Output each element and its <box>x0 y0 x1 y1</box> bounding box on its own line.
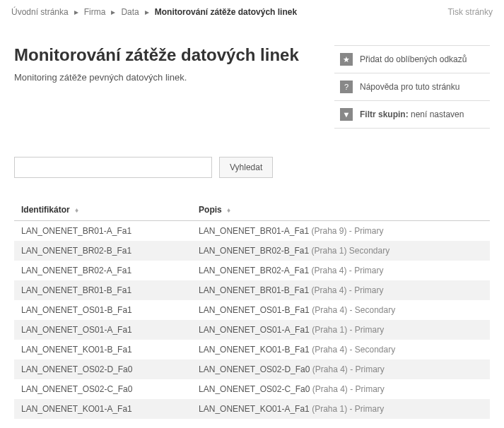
table-row[interactable]: LAN_ONENET_OS01-A_Fa1LAN_ONENET_OS01-A_F… <box>14 320 490 340</box>
desc-main: LAN_ONENET_OS02-D_Fa0 <box>199 364 310 374</box>
desc-sub: (Praha 9) - Primary <box>309 226 383 236</box>
sort-icon: ♦ <box>75 206 78 214</box>
table-row[interactable]: LAN_ONENET_BR01-A_Fa1LAN_ONENET_BR01-A_F… <box>14 221 490 242</box>
desc-sub: (Praha 4) - Primary <box>310 384 384 394</box>
help-action[interactable]: ? Nápověda pro tuto stránku <box>334 73 490 101</box>
search-input[interactable] <box>14 157 212 178</box>
filter-label: Filtr skupin: <box>360 109 409 119</box>
table-row[interactable]: LAN_ONENET_OS02-D_Fa0LAN_ONENET_OS02-D_F… <box>14 359 490 379</box>
cell-id: LAN_ONENET_BR01-B_Fa1 <box>14 280 192 300</box>
desc-sub: (Praha 4) - Secondary <box>310 305 395 315</box>
desc-main: LAN_ONENET_KO01-B_Fa1 <box>199 345 310 355</box>
cell-desc: LAN_ONENET_OS01-B_Fa1 (Praha 4) - Second… <box>192 300 490 320</box>
desc-sub: (Praha 1) Secondary <box>309 246 389 256</box>
cell-desc: LAN_ONENET_KO01-B_Fa1 (Praha 4) - Second… <box>192 340 490 359</box>
data-table: Identifikátor ♦ Popis ♦ LAN_ONENET_BR01-… <box>14 199 490 419</box>
cell-id: LAN_ONENET_BR02-A_Fa1 <box>14 261 192 280</box>
print-page-link[interactable]: Tisk stránky <box>447 7 493 17</box>
star-icon: ★ <box>340 53 353 66</box>
desc-main: LAN_ONENET_BR02-A_Fa1 <box>199 266 309 275</box>
filter-value: není nastaven <box>409 109 464 119</box>
table-row[interactable]: LAN_ONENET_BR02-A_Fa1LAN_ONENET_BR02-A_F… <box>14 261 490 280</box>
filter-text: Filtr skupin: není nastaven <box>360 109 464 119</box>
desc-main: LAN_ONENET_OS02-C_Fa0 <box>199 384 310 394</box>
cell-desc: LAN_ONENET_KO01-A_Fa1 (Praha 1) - Primar… <box>192 399 490 419</box>
desc-main: LAN_ONENET_OS01-A_Fa1 <box>199 325 310 335</box>
cell-desc: LAN_ONENET_BR02-A_Fa1 (Praha 4) - Primar… <box>192 261 490 280</box>
filter-icon: ▼ <box>340 108 353 121</box>
cell-id: LAN_ONENET_KO01-B_Fa1 <box>14 340 192 359</box>
desc-sub: (Praha 4) - Secondary <box>310 345 395 355</box>
help-icon: ? <box>340 81 353 93</box>
cell-id: LAN_ONENET_BR02-B_Fa1 <box>14 241 192 261</box>
breadcrumb-link-data[interactable]: Data <box>121 7 139 17</box>
breadcrumb-current: Monitorování zátěže datových linek <box>155 7 297 17</box>
cell-id: LAN_ONENET_OS02-C_Fa0 <box>14 379 192 399</box>
breadcrumb-link-home[interactable]: Úvodní stránka <box>11 7 69 17</box>
table-row[interactable]: LAN_ONENET_OS02-C_Fa0LAN_ONENET_OS02-C_F… <box>14 379 490 399</box>
cell-id: LAN_ONENET_BR01-A_Fa1 <box>14 221 192 242</box>
table-row[interactable]: LAN_ONENET_KO01-B_Fa1LAN_ONENET_KO01-B_F… <box>14 340 490 359</box>
chevron-right-icon: ▸ <box>145 7 149 17</box>
cell-desc: LAN_ONENET_BR01-A_Fa1 (Praha 9) - Primar… <box>192 221 490 242</box>
cell-desc: LAN_ONENET_OS02-D_Fa0 (Praha 4) - Primar… <box>192 359 490 379</box>
page-subtitle: Monitoring zátěže pevných datových linek… <box>14 72 320 83</box>
desc-main: LAN_ONENET_OS01-B_Fa1 <box>199 305 310 315</box>
page-title: Monitorování zátěže datových linek <box>14 45 320 65</box>
desc-main: LAN_ONENET_BR02-B_Fa1 <box>199 246 309 256</box>
sort-icon: ♦ <box>227 206 230 214</box>
desc-main: LAN_ONENET_BR01-B_Fa1 <box>199 285 309 295</box>
add-favorite-action[interactable]: ★ Přidat do oblíbených odkazů <box>334 45 490 73</box>
chevron-right-icon: ▸ <box>111 7 115 17</box>
breadcrumb-link-firma[interactable]: Firma <box>84 7 106 17</box>
desc-sub: (Praha 1) - Primary <box>310 325 384 335</box>
desc-sub: (Praha 4) - Primary <box>309 285 383 295</box>
table-row[interactable]: LAN_ONENET_BR01-B_Fa1LAN_ONENET_BR01-B_F… <box>14 280 490 300</box>
desc-main: LAN_ONENET_KO01-A_Fa1 <box>199 404 310 414</box>
col-desc-label: Popis <box>199 205 222 215</box>
desc-sub: (Praha 1) - Primary <box>310 404 384 414</box>
breadcrumb: Úvodní stránka ▸ Firma ▸ Data ▸ Monitoro… <box>11 7 297 17</box>
table-row[interactable]: LAN_ONENET_OS01-B_Fa1LAN_ONENET_OS01-B_F… <box>14 300 490 320</box>
col-id-label: Identifikátor <box>21 205 70 215</box>
desc-sub: (Praha 4) - Primary <box>310 364 384 374</box>
cell-id: LAN_ONENET_OS01-A_Fa1 <box>14 320 192 340</box>
cell-id: LAN_ONENET_KO01-A_Fa1 <box>14 399 192 419</box>
side-actions: ★ Přidat do oblíbených odkazů ? Nápověda… <box>334 45 490 129</box>
table-row[interactable]: LAN_ONENET_BR02-B_Fa1LAN_ONENET_BR02-B_F… <box>14 241 490 261</box>
chevron-right-icon: ▸ <box>74 7 78 17</box>
desc-main: LAN_ONENET_BR01-A_Fa1 <box>199 226 309 236</box>
col-header-desc[interactable]: Popis ♦ <box>192 199 490 221</box>
col-header-id[interactable]: Identifikátor ♦ <box>14 199 192 221</box>
table-row[interactable]: LAN_ONENET_KO01-A_Fa1LAN_ONENET_KO01-A_F… <box>14 399 490 419</box>
cell-id: LAN_ONENET_OS01-B_Fa1 <box>14 300 192 320</box>
desc-sub: (Praha 4) - Primary <box>309 266 383 275</box>
cell-desc: LAN_ONENET_BR02-B_Fa1 (Praha 1) Secondar… <box>192 241 490 261</box>
search-button[interactable]: Vyhledat <box>219 157 273 178</box>
help-label: Nápověda pro tuto stránku <box>360 82 459 92</box>
cell-desc: LAN_ONENET_BR01-B_Fa1 (Praha 4) - Primar… <box>192 280 490 300</box>
add-favorite-label: Přidat do oblíbených odkazů <box>360 54 467 64</box>
cell-desc: LAN_ONENET_OS01-A_Fa1 (Praha 1) - Primar… <box>192 320 490 340</box>
cell-desc: LAN_ONENET_OS02-C_Fa0 (Praha 4) - Primar… <box>192 379 490 399</box>
cell-id: LAN_ONENET_OS02-D_Fa0 <box>14 359 192 379</box>
filter-action[interactable]: ▼ Filtr skupin: není nastaven <box>334 101 490 129</box>
